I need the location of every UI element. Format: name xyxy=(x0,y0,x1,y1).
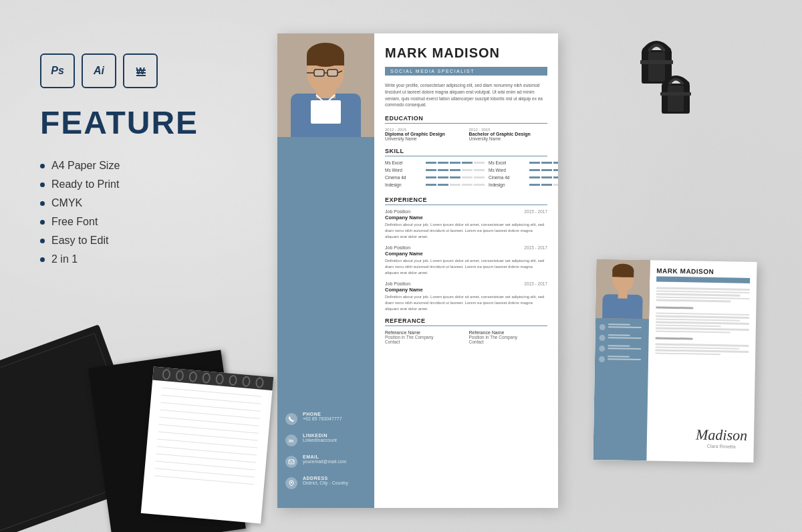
svg-rect-15 xyxy=(314,70,324,76)
skill-item: Indesign xyxy=(385,182,485,187)
bullet-icon xyxy=(40,201,45,206)
small-content: MARK MADISON Madison Clara Rosetta xyxy=(646,260,757,462)
bullet-icon xyxy=(40,164,45,168)
ps-icon: Ps xyxy=(40,53,75,88)
reference-section-title: REFERANCE xyxy=(385,317,547,326)
svg-rect-16 xyxy=(327,70,338,76)
feature-item-edit: Easy to Edit xyxy=(40,235,227,247)
small-sidebar-lower xyxy=(595,318,649,372)
address-icon xyxy=(285,477,297,489)
skill-item: Ms Word xyxy=(489,168,558,172)
feature-item-2in1: 2 in 1 xyxy=(40,253,227,265)
resume-profile-text: Write your profile, consectetuer adipisc… xyxy=(385,82,547,108)
signature-sub: Clara Rosetta xyxy=(696,444,747,449)
small-resume-name: MARK MADISON xyxy=(656,267,750,275)
binder-clip-bottom xyxy=(656,70,695,117)
small-title-bar xyxy=(656,276,750,283)
email-label: Email xyxy=(303,454,346,459)
resume-sidebar: Phone +62 85 763047777 in Linkedin Linke… xyxy=(277,33,374,508)
feature-title: FEATURE xyxy=(40,104,227,141)
email-icon xyxy=(285,456,297,468)
experience-section-title: EXPERIENCE xyxy=(385,196,547,205)
svg-rect-4 xyxy=(668,86,684,112)
exp-item-1: Job Position 2015 - 2017 Company Name De… xyxy=(385,209,547,240)
svg-rect-8 xyxy=(136,75,146,76)
small-photo xyxy=(595,259,650,319)
resume-photo xyxy=(277,33,374,137)
contact-linkedin-item: in Linkedin LinkedInaccount xyxy=(285,433,366,446)
feature-item-font: Free Font xyxy=(40,216,227,228)
skill-item: Indesign xyxy=(489,182,558,187)
skill-item: Cinema 4d xyxy=(489,175,558,180)
feature-item-print: Ready to Print xyxy=(40,178,227,190)
svg-rect-7 xyxy=(136,72,146,74)
spiral-ring xyxy=(162,369,170,380)
ref-item-1: Referance Name Position in The Company C… xyxy=(385,330,464,344)
skill-item: Ms Excel xyxy=(489,160,558,165)
phone-value: +62 85 763047777 xyxy=(303,416,342,421)
spiral-ring xyxy=(242,376,251,387)
feature-list: A4 Paper Size Ready to Print CMYK Free F… xyxy=(40,160,227,265)
svg-rect-2 xyxy=(640,60,673,64)
skill-col-2: Ms Excel Ms Word Cinema 4d xyxy=(489,160,558,190)
ai-icon: Ai xyxy=(82,53,116,88)
page-wrapper: Ps Ai W FEATURE A4 Paper Size xyxy=(0,0,802,532)
word-icon: W xyxy=(123,53,158,88)
spiral-ring xyxy=(202,372,211,384)
exp-item-3: Job Position 2015 - 2017 Company Name De… xyxy=(385,281,547,312)
contact-email-item: Email youremail@mail.com xyxy=(285,454,366,468)
resume-job-title: SOCIAL MEDIA SPECIALIST xyxy=(385,67,547,76)
skill-col-1: Ms Excel Ms Word Cinema 4d xyxy=(385,160,485,190)
spiral-ring xyxy=(255,377,264,388)
feature-item-a4: A4 Paper Size xyxy=(40,160,227,172)
spiral-notebook-decoration xyxy=(141,367,273,524)
bullet-icon xyxy=(40,220,45,225)
spiral-ring xyxy=(229,375,237,386)
spiral-ring xyxy=(175,370,184,382)
signature-area: Madison Clara Rosetta xyxy=(696,428,748,449)
email-value: youremail@mail.com xyxy=(303,459,346,464)
svg-rect-22 xyxy=(289,460,294,464)
linkedin-label: Linkedin xyxy=(303,433,337,438)
bullet-icon xyxy=(40,239,45,243)
bullet-icon xyxy=(40,257,45,262)
resume-name: MARK MADISON xyxy=(385,45,547,61)
contact-address-item: Address District, City - Country xyxy=(285,476,366,489)
person-photo-svg xyxy=(277,33,374,137)
contact-phone-item: Phone +62 85 763047777 xyxy=(285,412,366,425)
education-section-title: EDUCATION xyxy=(385,115,547,124)
reference-grid: Referance Name Position in The Company C… xyxy=(385,330,547,344)
svg-point-23 xyxy=(291,482,292,483)
ref-item-2: Referance Name Position in The Company C… xyxy=(469,330,548,344)
spiral-ring xyxy=(215,374,224,385)
skill-section-title: SKILL xyxy=(385,148,547,156)
address-value: District, City - Country xyxy=(303,481,348,485)
resume-main: Phone +62 85 763047777 in Linkedin Linke… xyxy=(277,33,558,508)
edu-item-1: 2012 - 2015 Diploma of Graphic Design Un… xyxy=(385,128,464,141)
skill-item: Cinema 4d xyxy=(385,175,485,180)
software-icons-row: Ps Ai W xyxy=(40,53,227,88)
svg-rect-5 xyxy=(660,92,691,96)
svg-rect-29 xyxy=(612,270,634,277)
left-panel: Ps Ai W FEATURE A4 Paper Size xyxy=(40,53,227,272)
svg-rect-6 xyxy=(136,70,146,71)
skills-grid: Ms Excel Ms Word Cinema 4d xyxy=(385,160,547,190)
education-grid: 2012 - 2015 Diploma of Graphic Design Un… xyxy=(385,128,547,141)
address-label: Address xyxy=(303,476,348,481)
linkedin-icon: in xyxy=(285,434,297,446)
skill-item: Ms Word xyxy=(385,168,485,172)
phone-label: Phone xyxy=(303,412,342,416)
spiral-ring xyxy=(188,371,197,382)
signature-text: Madison xyxy=(696,428,747,443)
linkedin-value: LinkedInaccount xyxy=(303,438,337,442)
svg-text:in: in xyxy=(289,438,293,444)
resume-small: MARK MADISON Madison Clara Rosetta xyxy=(593,259,757,462)
sidebar-contact: Phone +62 85 763047777 in Linkedin Linke… xyxy=(277,401,374,508)
resume-content: MARK MADISON SOCIAL MEDIA SPECIALIST Wri… xyxy=(374,33,558,508)
small-sidebar xyxy=(593,259,650,460)
phone-icon xyxy=(285,413,297,425)
exp-item-2: Job Position 2015 - 2017 Company Name De… xyxy=(385,245,547,276)
bullet-icon xyxy=(40,182,45,187)
skill-item: Ms Excel xyxy=(385,160,485,165)
edu-item-2: 2012 - 2015 Bachelor of Graphic Design U… xyxy=(469,128,548,141)
